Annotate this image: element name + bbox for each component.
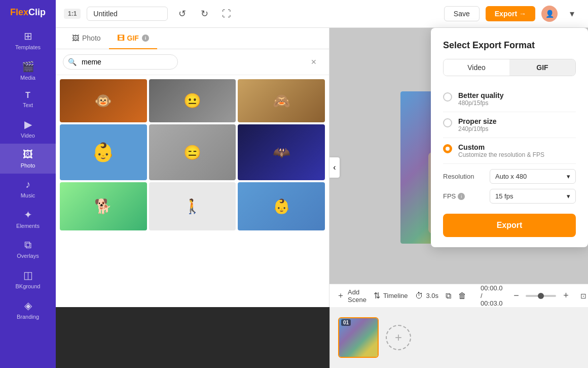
gif-item[interactable]: 🚶 [149, 182, 236, 230]
project-title-input[interactable] [87, 7, 168, 21]
quality-custom[interactable]: Custom Customize the resolution & FPS [443, 138, 576, 164]
fps-chevron: ▾ [567, 192, 570, 200]
gif-item[interactable]: 👶 [238, 182, 325, 230]
clear-search-button[interactable]: ✕ [311, 58, 317, 66]
format-tab-video[interactable]: Video [444, 59, 509, 76]
user-avatar[interactable]: 👤 [541, 6, 558, 22]
delete-icon: 🗑 [458, 291, 466, 300]
quality-custom-label: Custom [458, 143, 544, 151]
photo-tab-label: Photo [82, 34, 101, 42]
scene-number: 01 [341, 319, 351, 326]
elements-icon: ✦ [24, 209, 32, 221]
sidebar-item-label: Overlays [17, 253, 39, 259]
fit-screen-button[interactable]: ⊡ [575, 288, 588, 304]
export-modal: Select Export Format Video GIF Better qu… [431, 28, 588, 247]
gif-tab-label: GIF [127, 34, 139, 42]
add-scene-action[interactable]: ＋ Add Scene [337, 288, 366, 304]
panel-collapse-button[interactable]: ‹ [329, 157, 340, 178]
duplicate-icon: ⧉ [446, 291, 451, 300]
fullscreen-button[interactable]: ⛶ [218, 6, 235, 22]
gif-cell-content: 🚶 [149, 182, 236, 230]
fps-info-icon[interactable]: i [458, 193, 465, 200]
redo-button[interactable]: ↻ [196, 6, 212, 22]
quality-better-text: Better quality 480p/15fps [458, 91, 503, 107]
photo-icon: 🖼 [23, 149, 33, 160]
sidebar-item-templates[interactable]: ⊞ Templates [0, 25, 56, 55]
export-big-button[interactable]: Export [443, 214, 576, 237]
search-input[interactable] [63, 54, 178, 70]
zoom-out-button[interactable]: − [509, 289, 523, 303]
gif-cell-content: 😐 [149, 79, 236, 122]
gif-item[interactable]: 🐕 [60, 182, 147, 230]
sidebar-item-label: Photo [21, 162, 35, 169]
tab-photo[interactable]: 🖼 Photo [64, 28, 109, 49]
zoom-in-button[interactable]: + [559, 289, 572, 303]
sidebar-item-label: Video [21, 132, 35, 139]
sidebar-item-label: Elements [16, 223, 40, 229]
undo-button[interactable]: ↺ [174, 6, 190, 22]
delete-action[interactable]: 🗑 [458, 291, 466, 300]
search-bar: 🔍 ✕ [56, 49, 329, 75]
gif-item[interactable]: 😑 [149, 124, 236, 180]
quality-proper-sub: 240p/10fps [458, 125, 496, 132]
quality-custom-text: Custom Customize the resolution & FPS [458, 143, 544, 158]
sidebar-item-label: Text [23, 102, 33, 108]
fps-select[interactable]: 15 fps ▾ [490, 189, 576, 204]
ratio-badge: 1:1 [64, 9, 81, 19]
export-button[interactable]: Export → [486, 6, 535, 21]
sidebar-item-elements[interactable]: ✦ Elements [0, 204, 56, 234]
sidebar-item-overlays[interactable]: ⧉ Overlays [0, 234, 56, 264]
fps-value: 15 fps [495, 192, 513, 200]
bkground-icon: ◫ [23, 269, 33, 281]
sidebar-item-video[interactable]: ▶ Video [0, 113, 56, 144]
add-scene-button[interactable]: + [386, 325, 411, 350]
text-icon: T [25, 91, 30, 100]
sidebar-item-label: BKground [16, 283, 41, 289]
resolution-row: Resolution Auto x 480 ▾ [443, 169, 576, 184]
sidebar-item-label: Templates [15, 44, 41, 50]
zoom-slider[interactable] [526, 295, 556, 297]
zoom-controls: − + ⊡ [509, 288, 588, 304]
modal-title: Select Export Format [443, 40, 576, 51]
gif-item[interactable]: 👶 [60, 124, 147, 180]
gif-item[interactable]: 🙈 [238, 79, 325, 122]
gif-cell-content: 👶 [60, 124, 147, 180]
zoom-thumb [538, 293, 544, 299]
duplicate-action[interactable]: ⧉ [446, 291, 451, 300]
sidebar-item-label: Media [20, 75, 35, 81]
panel-tabs: 🖼 Photo 🎞 GIF i [56, 28, 329, 49]
format-tab-gif[interactable]: GIF [509, 59, 575, 76]
save-button[interactable]: Save [444, 6, 480, 21]
gif-tab-icon: 🎞 [117, 34, 124, 42]
time-display: 00:00.0 / 00:03.0 [481, 284, 502, 307]
radio-proper [443, 118, 452, 127]
resolution-select[interactable]: Auto x 480 ▾ [490, 169, 576, 184]
sidebar-item-bkground[interactable]: ◫ BKground [0, 264, 56, 294]
duration-action[interactable]: ⏱ 3.0s [415, 291, 439, 300]
quality-proper-text: Proper size 240p/10fps [458, 117, 496, 132]
scene-thumbnail[interactable]: 01 [338, 317, 379, 358]
logo-clip: Clip [28, 7, 46, 18]
gif-info-icon[interactable]: i [142, 35, 149, 42]
avatar-dropdown-button[interactable]: ▾ [564, 6, 580, 22]
duration-icon: ⏱ [415, 291, 423, 300]
gif-item[interactable]: 🦇 [238, 124, 325, 180]
radio-inner [446, 147, 450, 151]
tab-gif[interactable]: 🎞 GIF i [109, 28, 157, 49]
sidebar-item-music[interactable]: ♪ Music [0, 174, 56, 204]
sidebar-item-text[interactable]: T Text [0, 86, 56, 113]
sidebar-item-photo[interactable]: 🖼 Photo [0, 144, 56, 174]
sidebar-item-branding[interactable]: ◈ Branding [0, 294, 56, 325]
gif-cell-content: 👶 [238, 182, 325, 230]
quality-proper[interactable]: Proper size 240p/10fps [443, 112, 576, 138]
timeline-action[interactable]: ⇅ Timeline [374, 291, 408, 300]
gif-item[interactable]: 🐵 [60, 79, 147, 122]
radio-better [443, 92, 452, 102]
quality-proper-label: Proper size [458, 117, 496, 125]
sidebar-item-media[interactable]: 🎬 Media [0, 55, 56, 86]
timeline-right: 01 [329, 307, 588, 368]
fps-label: FPS i [443, 192, 484, 200]
gif-item[interactable]: 😐 [149, 79, 236, 122]
quality-custom-sub: Customize the resolution & FPS [458, 151, 544, 158]
quality-better[interactable]: Better quality 480p/15fps [443, 86, 576, 112]
